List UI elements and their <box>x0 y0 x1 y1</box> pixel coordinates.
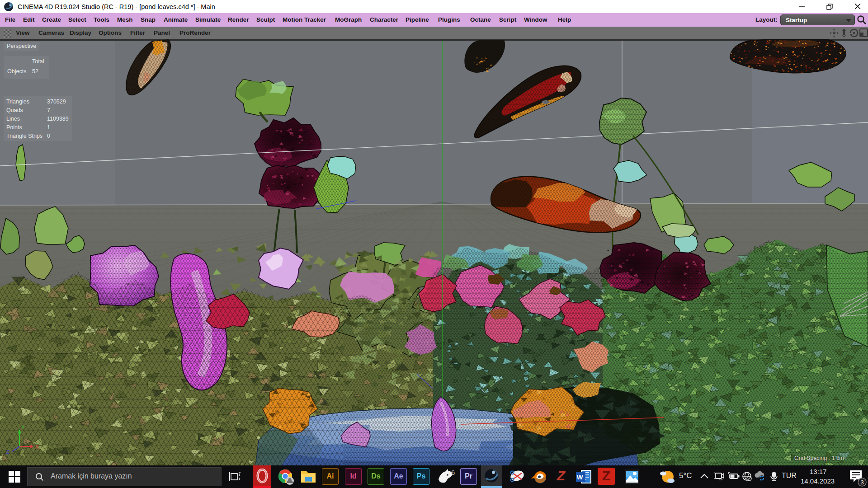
svg-text:Z: Z <box>6 449 9 455</box>
svg-text:X: X <box>35 444 39 450</box>
svg-text:6: 6 <box>451 469 455 476</box>
svg-text:Y: Y <box>21 425 25 430</box>
svg-text:3: 3 <box>861 479 864 486</box>
svg-text:W: W <box>577 473 584 481</box>
